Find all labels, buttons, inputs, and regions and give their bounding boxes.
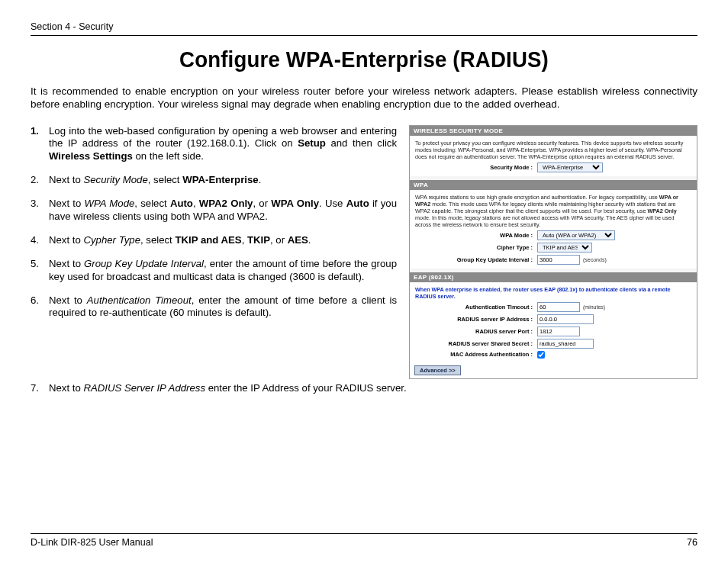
- input-radius-ip[interactable]: [537, 314, 594, 324]
- text: , select: [140, 234, 175, 246]
- select-security-mode[interactable]: WPA-Enterprise: [537, 162, 603, 172]
- step-2: 2. Next to Security Mode, select WPA-Ent…: [31, 174, 397, 187]
- divider-bottom: [31, 533, 697, 534]
- text-bold: AES: [288, 234, 308, 246]
- step-4: 4. Next to Cypher Type, select TKIP and …: [31, 234, 397, 247]
- text-bold: Wireless Settings: [49, 150, 133, 162]
- step-number: 1.: [31, 125, 49, 164]
- step-number: 3.: [31, 198, 49, 224]
- text-bold: WPA Only: [271, 198, 319, 209]
- step-5: 5. Next to Group Key Update Interval, en…: [31, 258, 397, 284]
- checkbox-mac-auth[interactable]: [537, 351, 545, 359]
- footer: D-Link DIR-825 User Manual 76: [31, 533, 697, 548]
- text: , select: [134, 198, 170, 209]
- panel-desc-wireless: To protect your privacy you can configur…: [415, 140, 691, 160]
- step-6: 6. Next to Authentication Timeout, enter…: [31, 294, 397, 320]
- panel-bar-eap: EAP (802.1X): [410, 272, 697, 282]
- text: .: [259, 174, 262, 185]
- input-radius-port[interactable]: [537, 327, 580, 336]
- text-italic: Security Mode: [83, 174, 147, 185]
- footer-page-number: 76: [687, 537, 697, 548]
- section-header: Section 4 - Security: [31, 21, 697, 32]
- content-row: 1. Log into the web-based configuration …: [31, 125, 697, 379]
- step-number: 2.: [31, 174, 49, 187]
- step-body: Next to Authentication Timeout, enter th…: [49, 294, 397, 320]
- panel-bar-wpa: WPA: [410, 180, 697, 190]
- panel-desc-wpa: WPA requires stations to use high grade …: [415, 194, 691, 228]
- text: Next to: [49, 294, 87, 306]
- label-radius-secret: RADIUS server Shared Secret :: [415, 340, 537, 347]
- step-number: 4.: [31, 234, 49, 247]
- step-number: 7.: [31, 382, 49, 395]
- unit-minutes: (minutes): [583, 304, 605, 310]
- text-bold: Setup: [298, 137, 326, 149]
- text: , or: [270, 234, 288, 246]
- text: ,: [193, 198, 199, 209]
- text-bold: TKIP and AES: [175, 234, 241, 246]
- router-config-panel: WIRELESS SECURITY MODE To protect your p…: [409, 125, 697, 379]
- label-mac-auth: MAC Address Authentication :: [415, 351, 537, 358]
- text: .: [308, 234, 311, 246]
- step-7: 7. Next to RADIUS Server IP Address ente…: [31, 382, 697, 395]
- text-bold: TKIP: [247, 234, 270, 246]
- steps-column: 1. Log into the web-based configuration …: [31, 125, 397, 331]
- label-security-mode: Security Mode :: [415, 164, 537, 171]
- panel-desc-eap: When WPA enterprise is enabled, the rout…: [415, 286, 691, 300]
- step-body: Next to Cypher Type, select TKIP and AES…: [49, 234, 397, 247]
- text: Next to: [49, 258, 84, 269]
- step-body: Next to RADIUS Server IP Address enter t…: [49, 382, 697, 395]
- input-auth-timeout[interactable]: [537, 302, 580, 312]
- step-number: 6.: [31, 294, 49, 320]
- label-group-key: Group Key Update Interval :: [415, 256, 537, 263]
- text-bold: Auto: [346, 198, 369, 209]
- text: on the left side.: [133, 150, 204, 162]
- text: Next to: [49, 382, 83, 394]
- step-1: 1. Log into the web-based configuration …: [31, 125, 397, 164]
- text: Next to: [49, 174, 83, 185]
- step-body: Next to Group Key Update Interval, enter…: [49, 258, 397, 284]
- text-italic: WPA Mode: [85, 198, 135, 209]
- text: enter the IP Address of your RADIUS serv…: [205, 382, 407, 394]
- select-wpa-mode[interactable]: Auto (WPA or WPA2): [537, 230, 615, 240]
- text-bold: Auto: [170, 198, 193, 209]
- step-body: Next to WPA Mode, select Auto, WPA2 Only…: [49, 198, 397, 224]
- label-radius-ip: RADIUS server IP Address :: [415, 316, 537, 323]
- unit-seconds: (seconds): [583, 257, 607, 262]
- step-3: 3. Next to WPA Mode, select Auto, WPA2 O…: [31, 198, 397, 224]
- label-auth-timeout: Authentication Timeout :: [415, 304, 537, 310]
- text-italic: Cypher Type: [83, 234, 140, 246]
- text-italic: Authentication Timeout: [87, 294, 192, 306]
- panel-bar-wireless-security: WIRELESS SECURITY MODE: [410, 126, 697, 136]
- select-cipher-type[interactable]: TKIP and AES: [537, 243, 592, 253]
- intro-paragraph: It is recommended to enable encryption o…: [31, 85, 697, 111]
- step-body: Next to Security Mode, select WPA-Enterp…: [49, 174, 397, 187]
- input-group-key[interactable]: [537, 255, 580, 265]
- text: Next to: [49, 198, 85, 209]
- text: ,: [242, 234, 247, 246]
- text-italic: RADIUS Server IP Address: [83, 382, 205, 394]
- text-italic: Group Key Update Interval: [84, 258, 204, 269]
- text-bold: WPA-Enterprise: [182, 174, 258, 185]
- text: , or: [253, 198, 271, 209]
- label-cipher-type: Cipher Type :: [415, 244, 537, 251]
- footer-manual-name: D-Link DIR-825 User Manual: [31, 537, 153, 548]
- page-title: Configure WPA-Enterprise (RADIUS): [57, 47, 671, 72]
- label-radius-port: RADIUS server Port :: [415, 328, 537, 335]
- step-body: Log into the web-based configuration by …: [49, 125, 397, 164]
- advanced-button[interactable]: Advanced >>: [414, 365, 461, 375]
- text-bold: WPA2 Only: [199, 198, 253, 209]
- text: and then click: [326, 137, 397, 149]
- text: . Use: [319, 198, 346, 209]
- label-wpa-mode: WPA Mode :: [415, 232, 537, 239]
- text: , select: [148, 174, 182, 185]
- divider-top: [31, 35, 697, 36]
- input-radius-secret[interactable]: [537, 339, 594, 349]
- text: Next to: [49, 234, 83, 246]
- step-number: 5.: [31, 258, 49, 284]
